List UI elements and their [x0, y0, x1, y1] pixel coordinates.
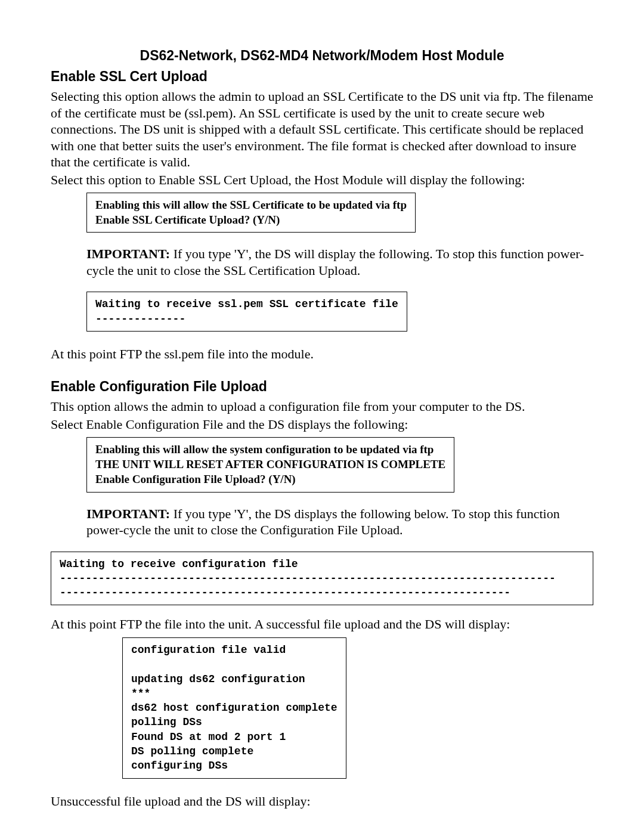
section-heading-ssl: Enable SSL Cert Upload: [51, 69, 593, 85]
ssl-prompt-box: Enabling this will allow the SSL Certifi…: [86, 193, 416, 233]
config-important-note: IMPORTANT: If you type 'Y', the DS displ…: [86, 506, 593, 538]
ssl-paragraph-1: Selecting this option allows the admin t…: [51, 88, 593, 171]
important-label: IMPORTANT:: [86, 506, 170, 521]
config-prompt-box-container: Enabling this will allow the system conf…: [86, 437, 593, 492]
config-paragraph-2: Select Enable Configuration File and the…: [51, 416, 593, 433]
ssl-waiting-box: Waiting to receive ssl.pem SSL certifica…: [86, 292, 407, 332]
config-paragraph-1: This option allows the admin to upload a…: [51, 398, 593, 415]
important-label: IMPORTANT:: [86, 246, 170, 261]
config-success-box: configuration file valid updating ds62 c…: [122, 637, 346, 779]
config-success-box-container: configuration file valid updating ds62 c…: [122, 637, 593, 779]
document-title: DS62-Network, DS62-MD4 Network/Modem Hos…: [51, 48, 593, 64]
section-heading-config: Enable Configuration File Upload: [51, 379, 593, 395]
ssl-waiting-box-container: Waiting to receive ssl.pem SSL certifica…: [86, 292, 593, 332]
ssl-paragraph-3: At this point FTP the ssl.pem file into …: [51, 346, 593, 363]
config-waiting-box: Waiting to receive configuration file --…: [51, 552, 593, 606]
ssl-important-note: IMPORTANT: If you type 'Y', the DS will …: [86, 246, 593, 278]
config-paragraph-3: At this point FTP the file into the unit…: [51, 616, 593, 633]
page-container: DS62-Network, DS62-MD4 Network/Modem Hos…: [0, 0, 644, 833]
ssl-paragraph-2: Select this option to Enable SSL Cert Up…: [51, 172, 593, 188]
ssl-prompt-box-container: Enabling this will allow the SSL Certifi…: [86, 193, 593, 233]
config-paragraph-4: Unsuccessful file upload and the DS will…: [51, 793, 593, 810]
config-prompt-box: Enabling this will allow the system conf…: [86, 437, 454, 492]
